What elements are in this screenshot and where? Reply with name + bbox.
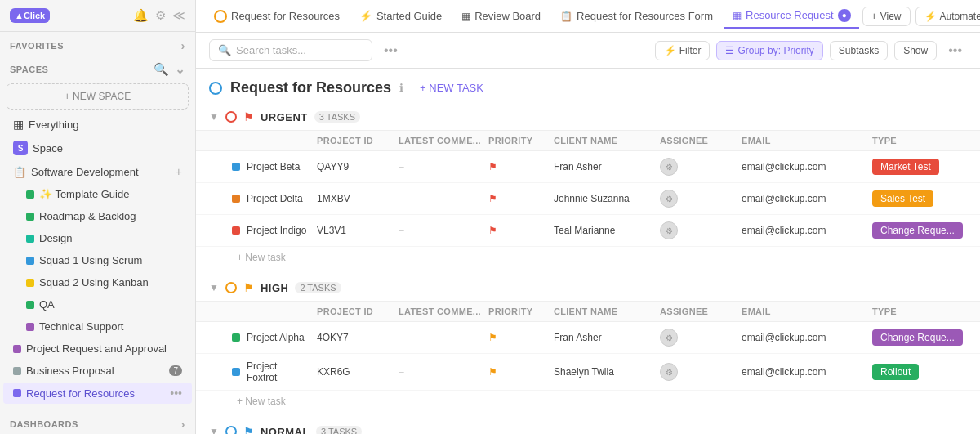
gear-icon[interactable]: ⚙ (155, 8, 166, 23)
color-dot (26, 257, 34, 265)
table-row[interactable]: Project Beta QAYY9 – ⚑ Fran Asher ⚙ emai… (196, 151, 980, 183)
sidebar-item-tech-support[interactable]: Technical Support (3, 316, 192, 337)
sidebar-item-squad2[interactable]: Squad 2 Using Kanban (3, 272, 192, 293)
sidebar-item-label: QA (39, 298, 55, 311)
automate-button[interactable]: ⚡ Automate (915, 7, 981, 26)
th-priority: PRIORITY (485, 134, 550, 147)
filter-icon: ⚡ (664, 45, 676, 56)
sidebar-item-label: Squad 1 Using Scrum (39, 254, 142, 266)
search-icon[interactable]: 🔍 (154, 62, 170, 77)
tab-request-form[interactable]: 📋 Request for Resources Form (552, 5, 721, 27)
th-latest-comment: LATEST COMME... (395, 134, 485, 147)
filter-button[interactable]: ⚡ Filter (655, 41, 710, 60)
more-icon[interactable]: ••• (170, 387, 182, 400)
group-name-normal: NORMAL (261, 426, 310, 435)
view-button[interactable]: + View (862, 7, 911, 26)
sidebar-item-request-resources[interactable]: Request for Resources ••• (3, 383, 192, 404)
table-row[interactable]: Project Foxtrot KXR6G – ⚑ Shaelyn Twila … (196, 354, 980, 391)
dashboards-section: DASHBOARDS › (0, 410, 195, 434)
task-project-id: 1MXBV (314, 191, 395, 206)
bell-icon[interactable]: 🔔 (133, 8, 149, 23)
status-circle-urgent (225, 111, 237, 123)
form-icon: 📋 (560, 11, 572, 22)
task-name: Project Alpha (229, 330, 314, 345)
new-task-row-urgent[interactable]: + New task (196, 247, 980, 268)
task-project-id: VL3V1 (314, 223, 395, 238)
priority-flag-icon: ⚑ (488, 366, 497, 378)
color-dot (26, 213, 34, 221)
grid-icon: ▦ (461, 11, 470, 22)
sidebar-item-label: Space (33, 142, 63, 154)
sidebar-item-qa[interactable]: QA (3, 294, 192, 315)
th-client-name: CLIENT NAME (550, 305, 657, 318)
task-name: Project Beta (229, 159, 314, 174)
task-name-label: Project Indigo (247, 225, 306, 236)
group-name-high: HIGH (261, 282, 289, 294)
sidebar-item-squad1[interactable]: Squad 1 Using Scrum (3, 250, 192, 271)
color-dot (26, 323, 34, 331)
expand-icon[interactable]: ▼ (209, 282, 219, 293)
tab-badge: ● (838, 9, 851, 22)
sidebar-item-everything[interactable]: ▦ Everything (3, 114, 192, 135)
sidebar-item-label: Request for Resources (26, 387, 135, 400)
sidebar-item-template-guide[interactable]: ✨ Template Guide (3, 184, 192, 204)
tab-resource-request[interactable]: ▦ Resource Request ● (724, 4, 859, 29)
collapse-icon[interactable]: ≪ (172, 8, 185, 23)
expand-icon[interactable]: ▼ (209, 426, 219, 434)
sidebar-header-icons: 🔔 ⚙ ≪ (133, 8, 185, 23)
spaces-expand-icon[interactable]: ⌄ (175, 62, 186, 77)
sidebar-item-proj-request[interactable]: Project Request and Approval (3, 338, 192, 359)
sidebar-item-space[interactable]: S Space (3, 136, 192, 159)
dashboards-label: DASHBOARDS (10, 419, 78, 429)
sidebar-item-label: Design (39, 232, 72, 244)
avatar: ⚙ (660, 221, 678, 239)
tab-started-guide[interactable]: ⚡ Started Guide (351, 5, 450, 27)
dashboards-expand-icon[interactable]: › (181, 417, 186, 431)
table-row[interactable]: Project Indigo VL3V1 – ⚑ Teal Marianne ⚙… (196, 215, 980, 247)
group-count-high: 2 TASKS (295, 282, 341, 293)
color-dot (13, 389, 21, 397)
group-by-label: Group by: Priority (737, 45, 813, 56)
status-circle-high (225, 282, 237, 293)
tab-request-resources[interactable]: Request for Resources (206, 5, 348, 28)
task-priority: ⚑ (485, 191, 550, 206)
sidebar-item-software-dev[interactable]: 📋 Software Development + (3, 161, 192, 182)
color-dot (26, 190, 34, 199)
priority-flag-icon: ⚑ (488, 193, 497, 204)
tab-review-board[interactable]: ▦ Review Board (453, 5, 549, 27)
grid-icon: ▦ (13, 118, 24, 131)
th-client-name: CLIENT NAME (550, 134, 657, 147)
sidebar-item-label: Software Development (31, 166, 139, 178)
th-assignee: ASSIGNEE (657, 305, 738, 318)
sidebar-item-roadmap[interactable]: Roadmap & Backlog (3, 206, 192, 226)
sidebar-item-label: Business Proposal (26, 365, 114, 377)
group-by-button[interactable]: ☰ Group by: Priority (716, 41, 822, 60)
favorites-expand-icon[interactable]: › (181, 38, 186, 52)
add-icon[interactable]: + (176, 165, 182, 178)
table-icon: ▦ (733, 10, 742, 21)
task-priority: ⚑ (485, 223, 550, 238)
toolbar-more-icon[interactable]: ••• (943, 40, 967, 61)
table-row[interactable]: Project Delta 1MXBV – ⚑ Johnnie Suzanna … (196, 183, 980, 215)
task-color-dot (232, 195, 240, 203)
app-logo[interactable]: ▲Click 🔔 ⚙ ≪ (0, 0, 195, 32)
th-project-id: PROJECT ID (314, 134, 395, 147)
search-box[interactable]: 🔍 Search tasks... (209, 39, 372, 61)
priority-flag-icon: ⚑ (488, 332, 497, 343)
sidebar-item-design[interactable]: Design (3, 228, 192, 248)
task-comment: – (395, 191, 485, 206)
task-email: email@clickup.com (738, 191, 869, 206)
new-task-button[interactable]: + NEW TASK (412, 78, 492, 97)
group-normal: ▼ ⚑ NORMAL 3 TASKS PROJECT ID LATEST COM… (196, 418, 980, 434)
group-icon: ☰ (725, 45, 734, 56)
add-space-button[interactable]: + NEW SPACE (7, 83, 189, 110)
new-task-row-high[interactable]: + New task (196, 391, 980, 412)
group-header-urgent: ▼ ⚑ URGENT 3 TASKS (196, 104, 980, 130)
expand-icon[interactable]: ▼ (209, 111, 219, 123)
more-options-icon[interactable]: ••• (379, 40, 403, 61)
info-icon[interactable]: ℹ (399, 82, 403, 94)
sidebar-item-business-proposal[interactable]: Business Proposal 7 (3, 360, 192, 381)
show-button[interactable]: Show (894, 41, 937, 60)
table-row[interactable]: Project Alpha 4OKY7 – ⚑ Fran Asher ⚙ ema… (196, 322, 980, 354)
subtasks-button[interactable]: Subtasks (830, 41, 888, 60)
